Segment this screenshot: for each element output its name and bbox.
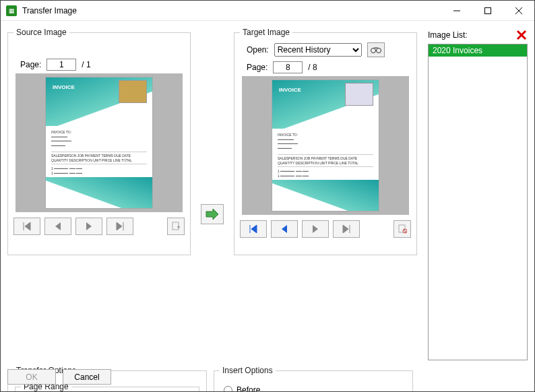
source-preview: INVOICE INVOICE TO:━━━━━━━━━━━━━━━━━━━━━… xyxy=(15,73,183,212)
svg-rect-1 xyxy=(485,7,491,13)
target-next-page-button[interactable] xyxy=(302,220,329,238)
radio-before-label: Before xyxy=(237,385,260,392)
svg-rect-4 xyxy=(172,222,179,230)
radio-before[interactable] xyxy=(224,386,232,393)
source-add-page-button[interactable] xyxy=(167,218,185,235)
svg-point-7 xyxy=(371,48,375,53)
source-first-page-button[interactable] xyxy=(13,218,40,235)
source-last-page-button[interactable] xyxy=(106,218,133,235)
minimize-button[interactable] xyxy=(441,1,472,20)
image-list-item[interactable]: 2020 Invoices xyxy=(429,44,527,57)
target-image-group: Target Image Open: Recent History Page: … xyxy=(234,28,417,255)
app-icon: ▦ xyxy=(6,5,17,16)
binoculars-button[interactable] xyxy=(367,42,385,57)
target-delete-page-button[interactable] xyxy=(394,220,411,238)
source-image-group: Source Image Page: / 1 INVOICE INVOICE T… xyxy=(7,28,191,255)
source-page-input[interactable] xyxy=(46,59,76,71)
ok-button[interactable]: OK xyxy=(7,369,56,385)
target-page-input[interactable] xyxy=(273,61,303,73)
target-prev-page-button[interactable] xyxy=(271,220,298,238)
svg-rect-9 xyxy=(399,225,405,232)
source-legend: Source Image xyxy=(13,28,69,37)
image-list-label: Image List: xyxy=(428,30,515,40)
source-prev-page-button[interactable] xyxy=(44,218,71,235)
target-last-page-button[interactable] xyxy=(333,220,360,238)
target-open-select[interactable]: Recent History xyxy=(274,43,362,57)
target-preview: INVOICE INVOICE TO:━━━━━━━━━━━━━━━━━━━━━… xyxy=(242,76,409,215)
svg-point-8 xyxy=(376,48,381,53)
target-legend: Target Image xyxy=(240,28,292,37)
window-title: Transfer Image xyxy=(22,6,441,15)
target-first-page-button[interactable] xyxy=(240,220,267,238)
target-page-of: / 8 xyxy=(308,63,317,72)
source-page-label: Page: xyxy=(20,60,41,69)
cancel-button[interactable]: Cancel xyxy=(63,369,111,385)
target-doc-invoice-label: INVOICE xyxy=(279,87,301,93)
source-doc-invoice-label: INVOICE xyxy=(53,84,75,90)
target-page-label: Page: xyxy=(247,63,268,72)
image-list[interactable]: 2020 Invoices xyxy=(428,44,528,360)
maximize-button[interactable] xyxy=(472,1,503,20)
image-list-delete-button[interactable] xyxy=(515,29,528,41)
target-open-label: Open: xyxy=(247,45,269,55)
close-button[interactable] xyxy=(503,1,534,20)
source-next-page-button[interactable] xyxy=(75,218,102,235)
insert-options-group: Insert Options Before After Page: xyxy=(214,366,413,392)
insert-options-legend: Insert Options xyxy=(220,366,276,375)
source-page-of: / 1 xyxy=(82,60,90,69)
transfer-arrow-button[interactable] xyxy=(201,204,224,224)
